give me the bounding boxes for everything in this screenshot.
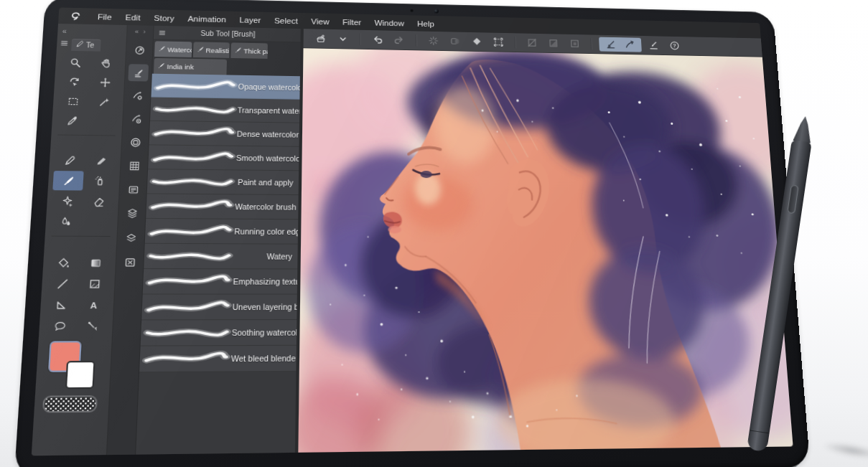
brush-item[interactable]: Running color edge watercolor — [145, 219, 298, 245]
line-icon[interactable] — [46, 273, 78, 293]
tab-india-ink[interactable]: India ink — [154, 58, 227, 75]
save-icon[interactable] — [311, 31, 331, 46]
select-icon[interactable] — [57, 92, 88, 111]
snap-diagonal-icon[interactable] — [543, 36, 563, 50]
brush-item[interactable]: Paint and apply — [147, 169, 299, 195]
redo-icon[interactable] — [389, 33, 409, 48]
menu-layer[interactable]: Layer — [233, 15, 268, 24]
brush-item[interactable]: Opaque watercolor — [151, 74, 299, 100]
current-tool-label: Te — [86, 41, 95, 49]
brush-label: Wet bleed blender — [231, 354, 297, 364]
move-icon[interactable] — [90, 72, 120, 92]
snap-square-icon[interactable] — [565, 37, 584, 51]
navigator-icon[interactable] — [119, 253, 141, 271]
transparent-color-swatch[interactable] — [42, 395, 98, 412]
shapes-icon[interactable] — [445, 34, 465, 49]
brush-label: Dense watercolor — [237, 130, 299, 139]
menu-edit[interactable]: Edit — [118, 13, 147, 22]
blend-icon[interactable] — [50, 212, 82, 232]
brush-item[interactable]: Watery — [144, 244, 298, 270]
flow-icon[interactable] — [76, 316, 108, 336]
panel-menu-icon[interactable] — [157, 28, 167, 37]
pencil-icon[interactable] — [85, 151, 116, 171]
menu-story[interactable]: Story — [147, 14, 182, 23]
chevron-down-icon[interactable] — [333, 32, 353, 47]
balloon-icon[interactable] — [44, 316, 76, 336]
pen-icon[interactable] — [54, 151, 85, 170]
color-wheel-icon[interactable] — [125, 133, 146, 151]
dock-forward-button[interactable]: › — [143, 28, 146, 35]
zoom-icon[interactable] — [60, 53, 90, 72]
menu-animation[interactable]: Animation — [181, 14, 233, 24]
text-icon[interactable]: A — [78, 295, 109, 315]
gradient-icon[interactable] — [80, 253, 111, 273]
toolbar-separator — [360, 34, 361, 45]
toolbar-separator — [514, 37, 515, 48]
brush-item[interactable]: Wet bleed blender — [139, 346, 297, 372]
figure-icon[interactable] — [45, 295, 77, 315]
brush-size-icon[interactable] — [126, 110, 146, 128]
snap-curve-icon[interactable] — [620, 37, 639, 52]
sub-tool-panel: Sub Tool [Brush] WatercolRealisticThick … — [136, 26, 304, 455]
sub-tool-icon[interactable] — [128, 64, 149, 81]
menu-help[interactable]: Help — [411, 19, 441, 28]
tool-divider — [57, 131, 116, 136]
brush-icon[interactable] — [52, 171, 83, 190]
tab-thick-pa[interactable]: Thick pa — [230, 42, 267, 58]
menu-view[interactable]: View — [304, 16, 336, 25]
airbrush-icon[interactable] — [84, 171, 115, 190]
hamburger-icon[interactable] — [59, 38, 70, 51]
stylus-shadow — [821, 440, 868, 462]
decoration-icon[interactable] — [52, 191, 83, 211]
brush-item[interactable]: Watercolor brush — [146, 194, 298, 220]
menu-filter[interactable]: Filter — [336, 17, 368, 26]
canvas-area[interactable] — [298, 48, 793, 453]
brush-stroke-preview — [142, 325, 232, 341]
frame-icon[interactable] — [78, 273, 110, 293]
current-tool-tab[interactable]: Te — [71, 39, 101, 52]
hand-icon[interactable] — [90, 53, 121, 72]
crop-icon[interactable] — [488, 34, 508, 49]
stylus-tip — [792, 115, 816, 143]
brush-item[interactable]: Emphasizing texture — [143, 269, 298, 295]
help-icon[interactable]: ? — [665, 39, 684, 53]
menu-file[interactable]: File — [90, 12, 118, 22]
secondary-color-swatch[interactable] — [65, 361, 95, 389]
sparkle-icon[interactable] — [424, 34, 444, 49]
brush-item[interactable]: Uneven layering brush — [141, 295, 297, 321]
fill-bucket-icon[interactable] — [467, 34, 487, 49]
brush-item[interactable]: Soothing watercolor — [141, 320, 297, 346]
brush-label: Soothing watercolor — [232, 328, 297, 337]
tablet-device: FileEditStoryAnimationLayerSelectViewFil… — [14, 0, 811, 467]
brush-item[interactable]: Smooth watercolor — [148, 145, 299, 171]
layers-icon[interactable] — [120, 228, 141, 247]
undo-icon[interactable] — [368, 32, 388, 47]
tab-label: India ink — [167, 62, 194, 71]
app-logo-icon[interactable] — [69, 10, 82, 22]
eyedropper-icon[interactable] — [56, 111, 87, 131]
tab-realistic[interactable]: Realistic — [192, 42, 230, 58]
brush-label: Smooth watercolor — [236, 154, 299, 163]
stylus-seam — [750, 430, 769, 433]
dock-back-button[interactable]: « — [135, 28, 139, 35]
collapse-panel-button[interactable]: « — [62, 27, 67, 35]
brush-stroke-preview — [151, 126, 237, 141]
tab-watercol[interactable]: Watercol — [154, 41, 192, 57]
menu-select[interactable]: Select — [268, 16, 305, 25]
snap-special-ruler-icon[interactable] — [601, 37, 620, 52]
brush-item[interactable]: Transparent watercolor — [150, 98, 299, 123]
layer-property-icon[interactable] — [123, 180, 144, 198]
eraser-icon[interactable] — [83, 192, 114, 212]
menu-window[interactable]: Window — [368, 18, 411, 27]
brush-item[interactable]: Dense watercolor — [149, 121, 299, 147]
fill-icon[interactable] — [47, 253, 79, 273]
quick-access-icon[interactable] — [129, 42, 150, 59]
color-set-icon[interactable] — [123, 156, 144, 174]
snap-line-icon[interactable] — [644, 38, 663, 52]
tool-property-icon[interactable] — [127, 87, 148, 104]
layer-comp-icon[interactable] — [121, 204, 143, 222]
brush-icon — [196, 45, 205, 55]
rotate-icon[interactable] — [59, 72, 89, 91]
wand-icon[interactable] — [88, 92, 118, 111]
snap-off-icon[interactable] — [522, 35, 542, 50]
